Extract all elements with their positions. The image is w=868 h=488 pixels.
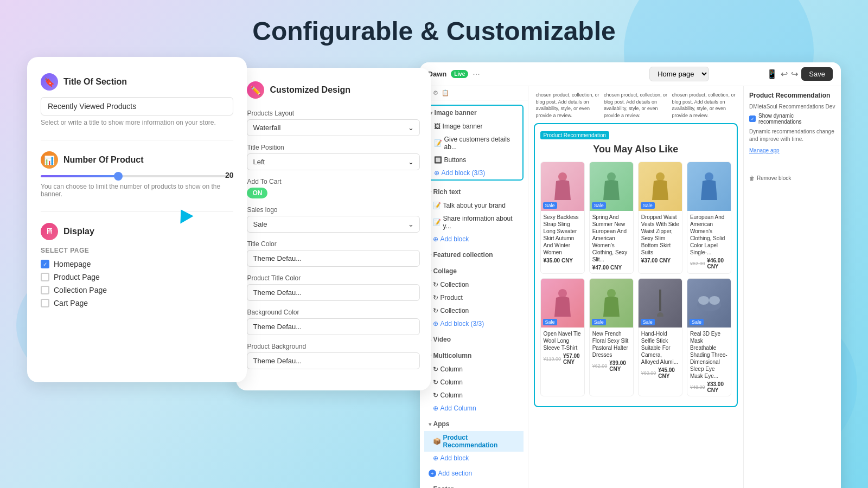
page-dropdown[interactable]: Home page: [649, 67, 709, 81]
collage-collection-1[interactable]: ↻ Collection: [424, 278, 524, 291]
checkbox-homepage-box[interactable]: ✓: [41, 260, 49, 268]
checkbox-collection-page[interactable]: Collection Page: [41, 286, 233, 294]
mc-col-3[interactable]: ↻ Column: [424, 389, 524, 402]
add-column[interactable]: ⊕ Add Column: [424, 402, 524, 415]
product-card-4: European And American Women's Clothing, …: [687, 162, 731, 274]
add-section-icon: +: [429, 470, 436, 477]
apps-add-block[interactable]: ⊕ Add block: [424, 452, 524, 465]
checkbox-collection-page-box[interactable]: [41, 286, 49, 294]
blog-col-1: chosen product, collection, or blog post…: [536, 92, 599, 119]
redo-icon[interactable]: ↪: [791, 69, 798, 79]
sidebar-talk-brand[interactable]: 📝 Talk about your brand: [424, 199, 524, 212]
add-section-btn[interactable]: + Add section: [424, 467, 524, 480]
dynamic-rec-checkbox[interactable]: ✓: [749, 115, 756, 122]
sidebar-image-banner-item[interactable]: 🖼 Image banner: [425, 120, 522, 133]
mobile-preview-icon[interactable]: 📱: [767, 69, 777, 79]
sidebar-add-block-2[interactable]: ⊕ Add block: [424, 233, 524, 246]
svg-point-10: [709, 296, 720, 305]
tab-dawn[interactable]: Dawn: [428, 70, 447, 78]
layout-select[interactable]: Waterfall ⌄: [247, 119, 419, 136]
mc-col-1[interactable]: ↻ Column: [424, 363, 524, 376]
checkbox-product-page-box[interactable]: [41, 273, 49, 281]
editor-tabs: Dawn Live ···: [428, 69, 592, 79]
add-section-group: + Add section: [424, 467, 524, 480]
display-section-label: Display: [63, 227, 94, 236]
old-price-6: ¥62.00: [592, 363, 608, 369]
live-badge: Live: [451, 70, 468, 78]
editor-right-settings: Product Recommendation DMletaSoul Recomm…: [743, 86, 841, 488]
checkbox-cart-page-box[interactable]: [41, 299, 49, 307]
checkbox-product-page[interactable]: Product Page: [41, 273, 233, 281]
video-group: ▸ Video: [424, 332, 524, 346]
sidebar-icon-3[interactable]: 📋: [442, 89, 449, 97]
sidebar-share-info[interactable]: 📝 Share information about y...: [424, 212, 524, 233]
product-name-5: Open Navel Tie Wool Long Sleeve T-Shirt: [544, 330, 582, 351]
svg-point-2: [656, 172, 665, 181]
svg-point-9: [698, 296, 709, 305]
title-input[interactable]: [41, 97, 233, 115]
preview-section-title: You May Also Like: [540, 144, 731, 155]
old-price-5: ¥119.00: [544, 356, 561, 362]
video-header[interactable]: ▸ Video: [424, 332, 524, 346]
checkbox-collection-page-label: Collection Page: [54, 286, 107, 294]
svg-point-4: [558, 289, 567, 298]
product-rec-badge: Product Recommendation: [540, 131, 610, 139]
editor-sidebar: ☰ ⚙ 📋 ▾ Image banner 🖼 Image banner 📝 Gi…: [420, 86, 528, 488]
image-banner-header[interactable]: ▾ Image banner: [425, 106, 522, 120]
sidebar-icon-2[interactable]: ⚙: [433, 89, 438, 97]
product-img-5: Sale: [541, 279, 584, 328]
title-color-select[interactable]: Theme Defau...: [247, 250, 419, 267]
rich-text-header[interactable]: ▾ Rich text: [424, 185, 524, 199]
title-pos-select[interactable]: Left ⌄: [247, 153, 419, 170]
manage-app-link[interactable]: Manage app: [749, 147, 835, 153]
featured-collection-header[interactable]: ▾ Featured collection: [424, 248, 524, 262]
collage-product[interactable]: ↻ Product: [424, 291, 524, 304]
remove-block-btn[interactable]: 🗑 Remove block: [749, 175, 835, 181]
footer-header[interactable]: ▸ Footer: [424, 482, 524, 488]
slider-track: [41, 175, 233, 177]
video-label: Video: [433, 336, 451, 343]
product-bg-select[interactable]: Theme Defau...: [247, 352, 419, 369]
add-to-cart-toggle[interactable]: ON: [247, 188, 419, 198]
product-count-slider[interactable]: 20: [41, 175, 233, 177]
collage-collection-2[interactable]: ↻ Collection: [424, 304, 524, 317]
remove-label: Remove block: [757, 175, 791, 181]
sidebar-add-block-3[interactable]: ⊕ Add block (3/3): [424, 317, 524, 330]
sales-logo-select[interactable]: Sale ⌄: [247, 216, 419, 233]
more-options-icon[interactable]: ···: [473, 69, 480, 79]
middle-panel: ✏️ Customized Design Products Layout Wat…: [236, 68, 430, 390]
save-button[interactable]: Save: [801, 67, 833, 81]
slider-value: 20: [225, 171, 234, 179]
apps-product-rec[interactable]: 📦 Product Recommendation: [424, 431, 524, 452]
apps-header[interactable]: ▾ Apps: [424, 417, 524, 431]
display-section-icon: 🖥: [41, 223, 58, 240]
multicolumn-header[interactable]: ▾ Multicolumn: [424, 349, 524, 363]
title-section-label: Title Of Section: [63, 77, 127, 87]
product-img-6: Sale: [590, 279, 633, 328]
blog-col-3: chosen product, collection, or blog post…: [672, 92, 736, 119]
product-title-color-value: Theme Defau...: [253, 288, 302, 297]
sidebar-add-block-1[interactable]: ⊕ Add block (3/3): [425, 166, 522, 179]
bg-color-value: Theme Defau...: [253, 323, 302, 331]
title-pos-label: Title Position: [247, 144, 419, 151]
checkbox-cart-page[interactable]: Cart Page: [41, 299, 233, 307]
mc-col-2[interactable]: ↻ Column: [424, 376, 524, 389]
title-color-value: Theme Defau...: [253, 254, 302, 262]
shopify-editor: Dawn Live ··· Home page 📱 ↩ ↪ Save ☰: [420, 62, 841, 488]
sales-logo-chevron: ⌄: [408, 220, 414, 228]
product-price-8: ¥33.00 CNY: [707, 381, 728, 393]
undo-icon[interactable]: ↩: [781, 69, 788, 79]
checkbox-homepage[interactable]: ✓ Homepage: [41, 260, 233, 268]
product-title-color-select[interactable]: Theme Defau...: [247, 284, 419, 301]
collage-label: Collage: [433, 267, 457, 275]
toggle-on-badge: ON: [247, 188, 267, 198]
sales-logo-value: Sale: [253, 220, 267, 228]
collage-header[interactable]: ▾ Collage: [424, 264, 524, 278]
sidebar-buttons-item[interactable]: 🔲 Buttons: [425, 153, 522, 166]
bg-color-select[interactable]: Theme Defau...: [247, 318, 419, 335]
editor-preview: chosen product, collection, or blog post…: [528, 86, 743, 488]
sidebar-customers-item[interactable]: 📝 Give customers details ab...: [425, 133, 522, 153]
slider-thumb[interactable]: [114, 172, 123, 181]
product-title-color-label: Product Title Color: [247, 274, 419, 282]
footer-group: ▸ Footer: [424, 482, 524, 488]
